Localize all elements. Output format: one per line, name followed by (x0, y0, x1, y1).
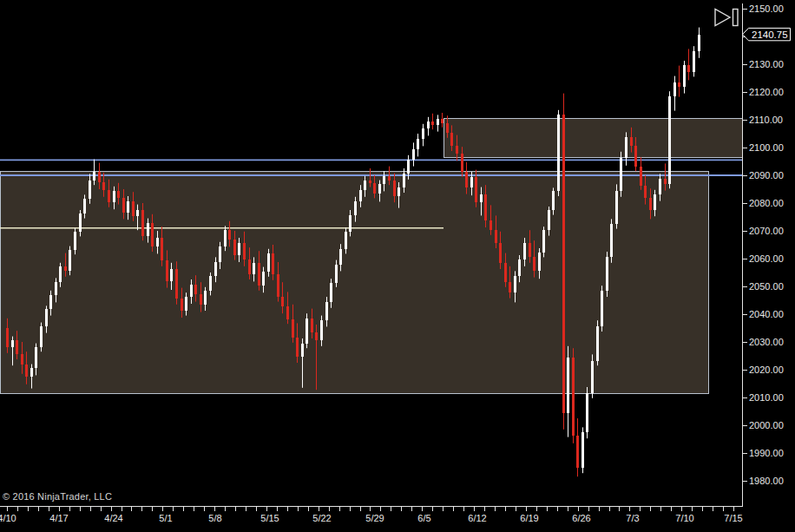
price-axis[interactable]: 2150.002140.002130.002120.002110.002100.… (743, 3, 784, 507)
candle-down (576, 436, 579, 468)
candle-up (354, 201, 357, 216)
candle-up (45, 309, 48, 326)
candle-up (659, 179, 661, 194)
x-axis-label: 5/1 (159, 513, 172, 523)
candle-up (427, 122, 430, 129)
candle-down (64, 266, 67, 271)
candle-down (286, 306, 289, 319)
candle-down (281, 297, 284, 306)
skip-to-end-icon[interactable] (715, 10, 738, 26)
candle-down (296, 338, 299, 357)
y-axis-label: 2040.00 (749, 309, 784, 319)
y-axis-label: 2120.00 (749, 87, 784, 97)
candle-up (320, 320, 323, 339)
y-axis-label: 2030.00 (749, 337, 784, 347)
y-axis-label: 2110.00 (749, 115, 783, 125)
time-axis[interactable]: 4/104/174/245/15/85/155/225/296/56/126/1… (0, 507, 743, 524)
candle-down (499, 243, 502, 262)
candle-up (59, 266, 62, 282)
candle-up (383, 176, 385, 185)
candle-up (542, 230, 545, 253)
candle-down (151, 223, 154, 246)
candle-up (683, 65, 686, 88)
y-axis-label: 2060.00 (749, 253, 784, 264)
candle-down (6, 328, 9, 347)
candle-up (224, 230, 227, 246)
candle-up (113, 191, 115, 203)
candle-down (678, 82, 680, 88)
candle-up (378, 184, 381, 193)
x-axis-label: 5/22 (312, 513, 331, 523)
candle-up (422, 128, 424, 138)
candle-down (21, 354, 23, 365)
candle-up (480, 194, 483, 203)
candle-up (673, 82, 676, 96)
candle-down (373, 183, 376, 194)
candle-down (533, 257, 535, 272)
candle-down (489, 220, 492, 230)
candle-down (475, 177, 477, 203)
candle-down (572, 358, 575, 436)
candle-down (461, 154, 463, 172)
candle-up (567, 358, 569, 414)
candle-up (40, 326, 43, 346)
x-axis-label: 5/8 (208, 513, 221, 523)
y-axis-label: 2050.00 (749, 281, 784, 292)
candle-down (441, 119, 443, 123)
candle-up (610, 224, 613, 257)
candle-up (417, 139, 419, 149)
chart-canvas[interactable]: 2150.002140.002130.002120.002110.002100.… (0, 0, 795, 532)
last-price-marker: 2140.75 (743, 28, 791, 40)
candle-down (248, 259, 251, 275)
candle-up (325, 302, 328, 321)
candle-up (398, 187, 400, 196)
candle-up (412, 149, 415, 161)
candle-up (523, 243, 526, 259)
candle-up (620, 158, 622, 191)
candle-up (127, 201, 129, 213)
candle-down (664, 179, 667, 184)
y-axis-label: 2080.00 (749, 198, 784, 208)
candle-up (625, 137, 627, 158)
candle-up (364, 181, 366, 190)
candle-down (272, 253, 274, 273)
candle-down (117, 191, 120, 199)
candle-down (649, 198, 652, 210)
candle-up (586, 393, 588, 432)
candle-up (615, 191, 618, 224)
x-axis-label: 6/26 (572, 513, 590, 523)
candle-up (74, 232, 76, 250)
y-axis-label: 1990.00 (749, 448, 784, 458)
candle-up (214, 262, 217, 276)
candle-down (495, 230, 497, 243)
y-axis-label: 2000.00 (749, 420, 784, 430)
y-axis-label: 2070.00 (749, 226, 784, 236)
candle-up (89, 181, 91, 200)
y-axis-label: 2100.00 (749, 142, 784, 153)
candle-up (335, 265, 338, 283)
candle-down (504, 263, 507, 282)
candle-up (596, 326, 599, 360)
candle-down (446, 123, 449, 133)
candle-up (470, 177, 473, 188)
candle-up (349, 215, 352, 231)
candle-up (654, 194, 656, 210)
x-axis-label: 4/10 (0, 513, 16, 523)
candle-up (306, 319, 308, 344)
candle-up (538, 253, 541, 272)
x-axis-label: 6/5 (417, 513, 430, 523)
candle-up (668, 96, 671, 185)
candle-down (181, 299, 183, 311)
candle-up (606, 257, 608, 291)
candle-down (634, 146, 637, 166)
y-axis-label: 2150.00 (749, 3, 784, 14)
candle-up (156, 238, 159, 246)
candle-down (243, 243, 246, 259)
candle-down (233, 240, 236, 255)
candle-down (200, 294, 202, 305)
candle-down (258, 263, 260, 286)
candle-down (640, 167, 642, 186)
candle-up (35, 347, 37, 368)
candle-up (262, 272, 265, 286)
x-axis-label: 7/15 (724, 513, 742, 523)
